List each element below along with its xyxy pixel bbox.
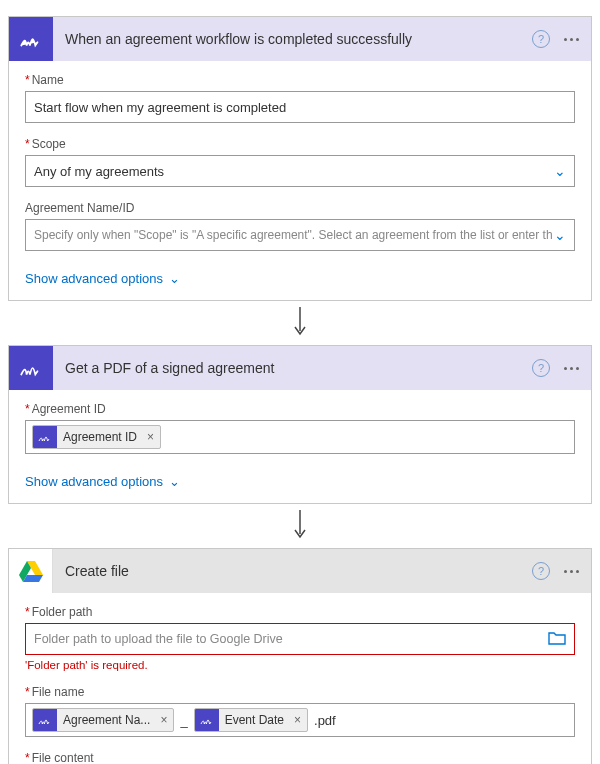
filename-sep: _ (178, 713, 189, 728)
more-menu-icon[interactable] (564, 38, 579, 41)
token-event-date[interactable]: Event Date × (194, 708, 308, 732)
filename-field: *File name Agreement Na... × _ Event Dat… (25, 685, 575, 737)
token-agreement-id[interactable]: Agreement ID × (32, 425, 161, 449)
adobe-sign-icon (9, 17, 53, 61)
chevron-down-icon: ⌄ (169, 271, 180, 286)
getpdf-header[interactable]: Get a PDF of a signed agreement ? (9, 346, 591, 390)
more-menu-icon[interactable] (564, 570, 579, 573)
agreement-select[interactable]: Specify only when "Scope" is "A specific… (25, 219, 575, 251)
chevron-down-icon: ⌄ (169, 474, 180, 489)
agreementid-field: *Agreement ID Agreement ID × (25, 402, 575, 454)
help-icon[interactable]: ? (532, 359, 550, 377)
token-label: Agreement Na... (57, 713, 154, 727)
name-input[interactable] (25, 91, 575, 123)
getpdf-card: Get a PDF of a signed agreement ? *Agree… (8, 345, 592, 504)
folderpath-label: *Folder path (25, 605, 575, 619)
trigger-card: When an agreement workflow is completed … (8, 16, 592, 301)
name-field: *Name (25, 73, 575, 123)
token-label: Agreement ID (57, 430, 141, 444)
scope-field: *Scope Any of my agreements ⌄ (25, 137, 575, 187)
filecontent-field: *File content Body × (25, 751, 575, 764)
more-menu-icon[interactable] (564, 367, 579, 370)
scope-select[interactable]: Any of my agreements ⌄ (25, 155, 575, 187)
agreement-field: Agreement Name/ID Specify only when "Sco… (25, 201, 575, 251)
createfile-card: Create file ? *Folder path Folder path t… (8, 548, 592, 764)
header-actions: ? (532, 359, 591, 377)
folderpath-placeholder: Folder path to upload the file to Google… (34, 632, 548, 646)
adobe-sign-icon (33, 425, 57, 449)
help-icon[interactable]: ? (532, 562, 550, 580)
adobe-sign-icon (33, 708, 57, 732)
filecontent-label: *File content (25, 751, 575, 764)
token-remove-icon[interactable]: × (141, 430, 160, 444)
createfile-header[interactable]: Create file ? (9, 549, 591, 593)
scope-value: Any of my agreements (34, 164, 164, 179)
chevron-down-icon: ⌄ (554, 227, 566, 243)
folder-picker-icon[interactable] (548, 631, 566, 648)
token-remove-icon[interactable]: × (154, 713, 173, 727)
folderpath-input[interactable]: Folder path to upload the file to Google… (25, 623, 575, 655)
getpdf-body: *Agreement ID Agreement ID × (9, 390, 591, 470)
adobe-sign-icon (195, 708, 219, 732)
scope-label: *Scope (25, 137, 575, 151)
google-drive-icon (9, 549, 53, 593)
show-advanced-link[interactable]: Show advanced options⌄ (9, 267, 196, 300)
folderpath-field: *Folder path Folder path to upload the f… (25, 605, 575, 671)
folderpath-error: 'Folder path' is required. (25, 659, 575, 671)
filename-input[interactable]: Agreement Na... × _ Event Date × .pdf (25, 703, 575, 737)
trigger-body: *Name *Scope Any of my agreements ⌄ Agre… (9, 61, 591, 267)
agreementid-label: *Agreement ID (25, 402, 575, 416)
getpdf-title: Get a PDF of a signed agreement (53, 360, 532, 376)
filename-label: *File name (25, 685, 575, 699)
flow-arrow (8, 307, 592, 337)
header-actions: ? (532, 562, 591, 580)
token-agreement-name[interactable]: Agreement Na... × (32, 708, 174, 732)
agreement-label: Agreement Name/ID (25, 201, 575, 215)
token-remove-icon[interactable]: × (288, 713, 307, 727)
filename-suffix: .pdf (312, 713, 338, 728)
agreement-placeholder: Specify only when "Scope" is "A specific… (34, 228, 553, 242)
trigger-header[interactable]: When an agreement workflow is completed … (9, 17, 591, 61)
adobe-sign-icon (9, 346, 53, 390)
createfile-title: Create file (53, 563, 532, 579)
token-label: Event Date (219, 713, 288, 727)
createfile-body: *Folder path Folder path to upload the f… (9, 593, 591, 764)
chevron-down-icon: ⌄ (554, 163, 566, 179)
agreementid-input[interactable]: Agreement ID × (25, 420, 575, 454)
trigger-title: When an agreement workflow is completed … (53, 31, 532, 47)
help-icon[interactable]: ? (532, 30, 550, 48)
name-label: *Name (25, 73, 575, 87)
header-actions: ? (532, 30, 591, 48)
flow-arrow (8, 510, 592, 540)
show-advanced-link[interactable]: Show advanced options⌄ (9, 470, 196, 503)
